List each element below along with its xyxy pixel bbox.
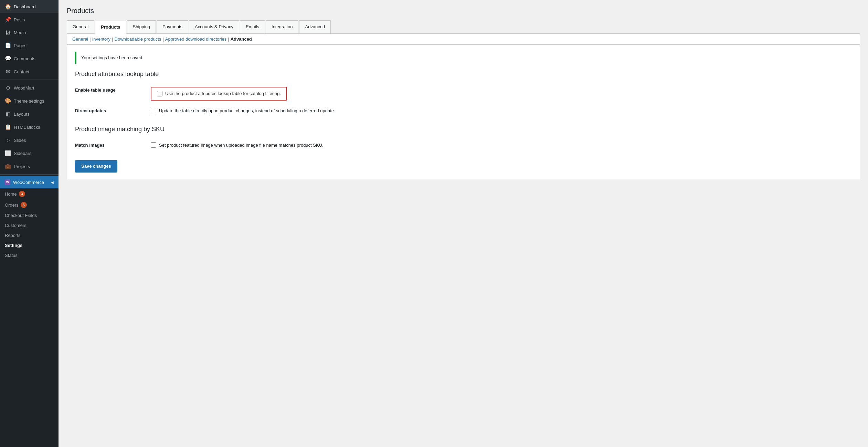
enable-table-label: Use the product attributes lookup table … — [165, 91, 281, 96]
main-content: Products General Products Shipping Payme… — [59, 0, 868, 447]
field-value-match: Set product featured image when uploaded… — [151, 138, 851, 152]
sidebar-sub-item-home[interactable]: Home 3 — [0, 188, 59, 199]
field-value-direct: Update the table directly upon product c… — [151, 104, 851, 117]
sub-nav-active: Advanced — [231, 37, 252, 42]
sidebar-item-html-blocks[interactable]: 📋 HTML Blocks — [0, 121, 59, 134]
sidebar-sub-item-settings[interactable]: Settings — [0, 240, 59, 250]
table-row-direct-updates: Direct updates Update the table directly… — [75, 104, 851, 117]
sidebar-item-woocommerce[interactable]: W WooCommerce ◀ — [0, 176, 59, 188]
sub-item-home-label: Home — [5, 191, 17, 197]
woocommerce-label: WooCommerce — [13, 180, 44, 185]
sidebar-item-woodmart[interactable]: ⊙ WoodMart — [0, 81, 59, 94]
sidebar-item-label: HTML Blocks — [14, 125, 40, 130]
woocommerce-logo: W — [5, 179, 10, 185]
woocommerce-chevron-icon: ◀ — [51, 180, 54, 184]
tab-advanced[interactable]: Advanced — [299, 20, 331, 33]
dashboard-icon: 🏠 — [5, 3, 11, 10]
page-title: Products — [67, 7, 860, 15]
sidebar-sub-item-checkout-fields[interactable]: Checkout Fields — [0, 210, 59, 220]
direct-updates-label: Update the table directly upon product c… — [159, 108, 335, 113]
tabs-container: General Products Shipping Payments Accou… — [67, 20, 860, 34]
table-row-match-images: Match images Set product featured image … — [75, 138, 851, 152]
sidebar-menu: 🏠 Dashboard 📌 Posts 🖼 Media 📄 Pages 💬 Co… — [0, 0, 59, 260]
sidebar-item-dashboard[interactable]: 🏠 Dashboard — [0, 0, 59, 13]
sidebar-item-slides[interactable]: ▷ Slides — [0, 134, 59, 147]
notice-success: Your settings have been saved. — [75, 52, 851, 64]
sub-item-reports-label: Reports — [5, 233, 21, 238]
sidebar-item-label: Comments — [14, 56, 35, 61]
sidebar-item-label: Theme settings — [14, 98, 44, 104]
sku-table: Match images Set product featured image … — [75, 138, 851, 152]
sidebar-item-label: Slides — [14, 138, 26, 143]
tab-integration[interactable]: Integration — [266, 20, 298, 33]
content-area: General | Inventory | Downloadable produ… — [67, 34, 860, 180]
sidebar-item-label: WoodMart — [14, 85, 34, 91]
field-label-direct: Direct updates — [75, 104, 151, 117]
projects-icon: 💼 — [5, 163, 11, 169]
sub-item-status-label: Status — [5, 253, 18, 258]
enable-table-checkbox-container: Use the product attributes lookup table … — [151, 87, 287, 101]
tab-products[interactable]: Products — [95, 21, 126, 34]
sub-nav-approved[interactable]: Approved download directories — [165, 37, 227, 42]
sidebar: 🏠 Dashboard 📌 Posts 🖼 Media 📄 Pages 💬 Co… — [0, 0, 59, 447]
sub-item-checkout-label: Checkout Fields — [5, 213, 37, 218]
field-label-match: Match images — [75, 138, 151, 152]
tab-general[interactable]: General — [67, 20, 94, 33]
tab-payments[interactable]: Payments — [157, 20, 188, 33]
sub-nav-sep-4: | — [228, 37, 229, 42]
sub-nav: General | Inventory | Downloadable produ… — [67, 34, 860, 45]
match-images-row: Set product featured image when uploaded… — [151, 142, 851, 148]
contact-icon: ✉ — [5, 69, 11, 75]
sidebar-item-label: Layouts — [14, 112, 30, 117]
sub-item-orders-label: Orders — [5, 202, 19, 208]
section-title-sku: Product image matching by SKU — [75, 126, 851, 133]
enable-table-checkbox[interactable] — [157, 91, 162, 96]
orders-badge: 5 — [21, 202, 27, 208]
sidebars-icon: ⬜ — [5, 150, 11, 156]
posts-icon: 📌 — [5, 17, 11, 23]
notice-text: Your settings have been saved. — [81, 55, 847, 60]
sidebar-item-label: Dashboard — [14, 4, 36, 9]
sidebar-item-contact[interactable]: ✉ Contact — [0, 65, 59, 78]
woodmart-icon: ⊙ — [5, 85, 11, 91]
field-label-enable: Enable table usage — [75, 83, 151, 104]
theme-settings-icon: 🎨 — [5, 98, 11, 104]
sidebar-item-layouts[interactable]: ◧ Layouts — [0, 107, 59, 121]
sidebar-sub-item-reports[interactable]: Reports — [0, 230, 59, 240]
table-row-enable: Enable table usage Use the product attri… — [75, 83, 851, 104]
sidebar-item-label: Projects — [14, 164, 30, 169]
sidebar-item-theme-settings[interactable]: 🎨 Theme settings — [0, 94, 59, 107]
html-blocks-icon: 📋 — [5, 124, 11, 130]
sidebar-item-label: Media — [14, 30, 26, 35]
sub-nav-inventory[interactable]: Inventory — [92, 37, 110, 42]
save-changes-button[interactable]: Save changes — [75, 160, 117, 173]
layouts-icon: ◧ — [5, 111, 11, 117]
match-images-checkbox[interactable] — [151, 142, 156, 148]
sidebar-item-projects[interactable]: 💼 Projects — [0, 160, 59, 173]
match-images-label: Set product featured image when uploaded… — [159, 143, 324, 148]
sub-nav-sep-1: | — [89, 37, 91, 42]
sub-item-settings-label: Settings — [5, 243, 22, 248]
sidebar-sub-item-orders[interactable]: Orders 5 — [0, 199, 59, 210]
sidebar-item-label: Sidebars — [14, 151, 31, 156]
home-badge: 3 — [19, 191, 25, 197]
sidebar-item-label: Contact — [14, 69, 29, 74]
sidebar-sub-item-status[interactable]: Status — [0, 250, 59, 260]
sub-nav-downloadable[interactable]: Downloadable products — [115, 37, 161, 42]
direct-updates-checkbox[interactable] — [151, 108, 156, 113]
tab-shipping[interactable]: Shipping — [127, 20, 156, 33]
pages-icon: 📄 — [5, 42, 11, 49]
sub-nav-general[interactable]: General — [72, 37, 88, 42]
sidebar-item-sidebars[interactable]: ⬜ Sidebars — [0, 147, 59, 160]
tab-emails[interactable]: Emails — [240, 20, 265, 33]
sub-nav-sep-3: | — [162, 37, 163, 42]
sidebar-item-posts[interactable]: 📌 Posts — [0, 13, 59, 26]
sidebar-item-comments[interactable]: 💬 Comments — [0, 52, 59, 65]
sidebar-item-media[interactable]: 🖼 Media — [0, 26, 59, 39]
sidebar-sub-item-customers[interactable]: Customers — [0, 220, 59, 230]
tab-accounts-privacy[interactable]: Accounts & Privacy — [189, 20, 239, 33]
sidebar-item-pages[interactable]: 📄 Pages — [0, 39, 59, 52]
sidebar-item-label: Pages — [14, 43, 27, 48]
sidebar-divider-2 — [0, 174, 59, 175]
sub-nav-sep-2: | — [112, 37, 113, 42]
